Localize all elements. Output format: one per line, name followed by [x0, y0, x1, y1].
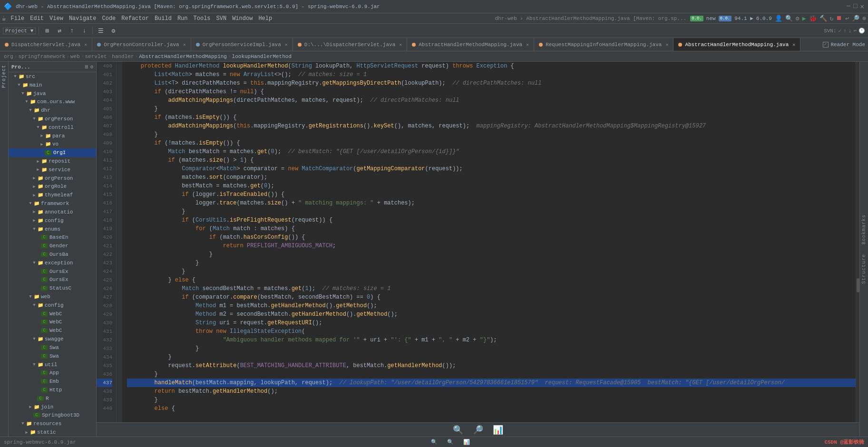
tree-item-thymeleaf[interactable]: ▶ 📁 thymeleaf: [9, 191, 96, 199]
project-label-tab[interactable]: Project ▼: [3, 28, 36, 34]
close-btn[interactable]: ✕: [860, 2, 864, 10]
menu-run[interactable]: Run: [175, 14, 191, 23]
tree-item-vo[interactable]: ▶ 📁 vo: [9, 140, 96, 149]
bottom-searchall-icon[interactable]: 🔎: [473, 425, 483, 435]
menu-help[interactable]: Help: [255, 14, 275, 23]
scroll-down-btn[interactable]: ↓: [79, 26, 89, 36]
tree-item-controll[interactable]: ▼ 📁 controll: [9, 123, 96, 132]
sync-btn[interactable]: ⊞: [42, 26, 52, 36]
tree-item-baseen[interactable]: C BaseEn: [9, 233, 96, 242]
tree-item-framework[interactable]: ▼ 📁 framework: [9, 199, 96, 208]
scrollbar[interactable]: [856, 62, 859, 422]
tree-item-webc1[interactable]: C WebC: [9, 310, 96, 318]
collapse-btn[interactable]: ⇄: [54, 26, 65, 36]
tab-4[interactable]: AbstractHandlerMethodMapping.java ✕: [407, 38, 534, 51]
tree-item-swagge[interactable]: ▼ 📁 swagge: [9, 335, 96, 343]
menu-code[interactable]: Code: [99, 14, 118, 23]
tree-item-http[interactable]: C Http: [9, 386, 96, 394]
tree-item-annotatio[interactable]: ▶ 📁 annotatio: [9, 208, 96, 216]
project-panel-tab[interactable]: Project: [0, 62, 9, 437]
tree-item-orgrole[interactable]: ▶ 📁 orgRole: [9, 183, 96, 191]
bottom-chart-icon[interactable]: 📊: [493, 425, 503, 435]
build-icon[interactable]: 🔨: [819, 15, 827, 22]
magnify-icon[interactable]: ⊕: [862, 15, 866, 22]
menu-refactor[interactable]: Refactor: [118, 14, 152, 23]
tree-item-app[interactable]: C App: [9, 369, 96, 377]
code-scroll[interactable]: protected HandlerMethod lookupHandlerMet…: [122, 62, 856, 422]
filter-btn[interactable]: ☰: [96, 26, 106, 36]
debug-icon[interactable]: 🐞: [809, 15, 817, 22]
tree-item-reposit[interactable]: ▶ 📁 reposit: [9, 157, 96, 165]
bottom-chart-icon-status[interactable]: 📊: [463, 439, 470, 445]
tree-item-config[interactable]: ▶ 📁 config: [9, 216, 96, 225]
tab-5[interactable]: RequestMappingInfoHandlerMapping.java ✕: [534, 38, 673, 51]
run-icon[interactable]: ▶: [802, 15, 806, 22]
tree-item-dhr[interactable]: ▼ 📁 dhr: [9, 106, 96, 115]
tree-item-para[interactable]: ▶ 📁 para: [9, 132, 96, 140]
tree-item-springboot[interactable]: C Springboot3D: [9, 411, 96, 420]
settings-icon[interactable]: ⚙: [796, 15, 800, 22]
tree-item-exception[interactable]: ▼ 📁 exception: [9, 259, 96, 267]
tree-item-com[interactable]: ▼ 📁 com.ours.www: [9, 97, 96, 106]
update-icon[interactable]: ↻: [830, 15, 834, 22]
tree-item-enums[interactable]: ▼ 📁 enums: [9, 225, 96, 233]
bottom-search-icon[interactable]: 🔍: [453, 425, 463, 435]
tree-item-oursba[interactable]: C OursBa: [9, 250, 96, 259]
tree-item-orgperson2[interactable]: ▶ 📁 orgPerson: [9, 174, 96, 183]
tree-item-swa1[interactable]: C Swa: [9, 343, 96, 352]
search-everywhere-icon[interactable]: 🔍: [785, 15, 793, 22]
tree-item-join[interactable]: ▶ 📁 join: [9, 403, 96, 411]
minimize-btn[interactable]: ─: [847, 2, 850, 10]
tab-3[interactable]: D:\...\DispatcherServlet.java ✕: [293, 38, 407, 51]
tree-item-orgi-selected[interactable]: C OrgI: [9, 148, 96, 157]
svn-revert[interactable]: ↩: [853, 28, 857, 34]
tree-item-util[interactable]: ▼ 📁 util: [9, 360, 96, 369]
tree-item-main[interactable]: ▼ 📁 main: [9, 81, 96, 89]
tree-item-statusc[interactable]: C StatusC: [9, 284, 96, 292]
tree-item-web[interactable]: ▼ 📁 web: [9, 292, 96, 301]
bottom-search-icon-status[interactable]: 🔍: [431, 439, 438, 445]
tab-0[interactable]: DispatcherServlet.java ✕: [0, 38, 92, 51]
sidebar-sync-icon[interactable]: ⊞: [85, 64, 88, 70]
menu-navigate[interactable]: Navigate: [66, 14, 99, 23]
sidebar-gear-icon[interactable]: ⚙: [90, 64, 93, 70]
menu-window[interactable]: Window: [229, 14, 255, 23]
tree-item-r[interactable]: C R: [9, 394, 96, 403]
svn-history[interactable]: 🕐: [858, 28, 865, 34]
inspect-icon[interactable]: 🔎: [852, 15, 859, 22]
maximize-btn[interactable]: □: [853, 2, 857, 10]
tree-item-swa2[interactable]: C Swa: [9, 352, 96, 360]
tree-item-orgperson[interactable]: ▼ 📁 orgPerson: [9, 115, 96, 123]
tree-item-service[interactable]: ▶ 📁 service: [9, 165, 96, 174]
svn-commit[interactable]: ↑: [843, 28, 847, 34]
window-controls[interactable]: ─ □ ✕: [847, 2, 864, 10]
menu-file[interactable]: File: [8, 14, 27, 23]
tree-item-resources[interactable]: ▼ 📁 resources: [9, 419, 96, 428]
undo-icon[interactable]: ↩: [845, 15, 849, 22]
tab-1[interactable]: OrgPersonController.java ✕: [92, 38, 191, 51]
menu-build[interactable]: Build: [152, 14, 175, 23]
tab-active[interactable]: AbstractHandlerMethodMapping.java ✕: [673, 38, 800, 51]
tree-item-src[interactable]: ▼ 📁 src: [9, 72, 96, 81]
tree-item-oursex1[interactable]: C OursEx: [9, 267, 96, 276]
stop-icon[interactable]: ⏹: [836, 15, 842, 22]
scrollbar-thumb[interactable]: [857, 278, 859, 292]
tab-2[interactable]: OrgPersonServiceImpl.java ✕: [191, 38, 293, 51]
scroll-up-btn[interactable]: ↑: [67, 26, 77, 36]
code-container[interactable]: 400401402403404 405406407408409 41041141…: [97, 62, 859, 422]
tree-item-webconfig[interactable]: ▼ 📁 config: [9, 301, 96, 310]
menu-svn[interactable]: SVN: [214, 14, 230, 23]
menu-tools[interactable]: Tools: [191, 14, 214, 23]
reader-mode-area[interactable]: Reader Mode: [820, 41, 868, 49]
tree-item-java[interactable]: ▼ 📁 java: [9, 89, 96, 98]
tree-item-emb[interactable]: C Emb: [9, 377, 96, 386]
bottom-search2-icon-status[interactable]: 🔍: [447, 439, 454, 445]
svn-update[interactable]: ↓: [848, 28, 852, 34]
profile-icon[interactable]: 👤: [775, 15, 782, 22]
tree-item-webc3[interactable]: C WebC: [9, 326, 96, 335]
tree-item-static[interactable]: ▶ 📁 static: [9, 428, 96, 437]
menu-view[interactable]: View: [47, 14, 66, 23]
tree-item-webc2[interactable]: C WebC: [9, 318, 96, 327]
settings-gear-btn[interactable]: ⚙: [108, 26, 118, 36]
menu-edit[interactable]: Edit: [27, 14, 47, 23]
